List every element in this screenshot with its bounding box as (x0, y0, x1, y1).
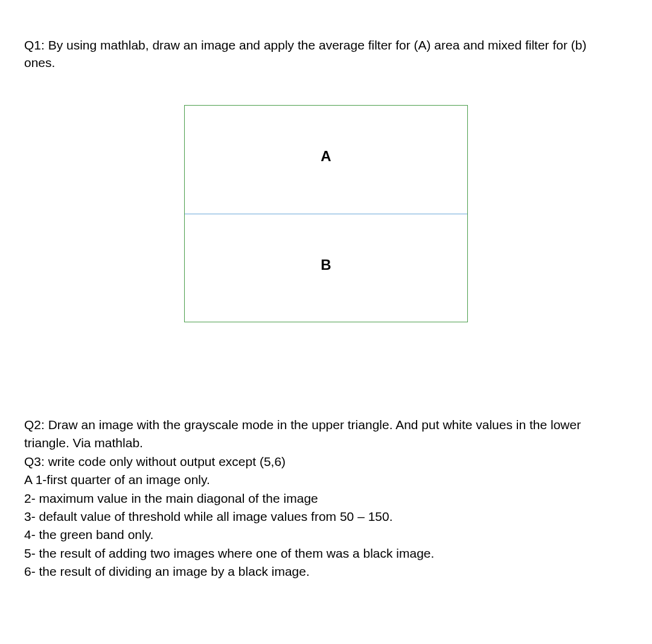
q3-header: Q3: write code only without output excep… (24, 453, 628, 471)
question-1: Q1: By using mathlab, draw an image and … (24, 36, 628, 72)
q2-line1: Q2: Draw an image with the grayscale mod… (24, 416, 628, 434)
q3-item-5: 5- the result of adding two images where… (24, 544, 628, 563)
q1-line1: Q1: By using mathlab, draw an image and … (24, 36, 628, 54)
q2-line2: triangle. Via mathlab. (24, 434, 628, 452)
questions-block: Q2: Draw an image with the grayscale mod… (24, 416, 628, 581)
diagram-container: A B (24, 105, 628, 322)
region-label-a: A (321, 148, 331, 165)
q1-line2: ones. (24, 54, 628, 71)
diagram-divider (185, 214, 467, 214)
q3-item-3: 3- default value of threshold while all … (24, 508, 628, 526)
split-box-diagram: A B (184, 105, 468, 322)
q3-item-1: A 1-first quarter of an image only. (24, 471, 628, 489)
q3-item-6: 6- the result of dividing an image by a … (24, 563, 628, 581)
q3-item-2: 2- maximum value in the main diagonal of… (24, 489, 628, 508)
q3-item-4: 4- the green band only. (24, 526, 628, 544)
region-label-b: B (321, 257, 331, 273)
